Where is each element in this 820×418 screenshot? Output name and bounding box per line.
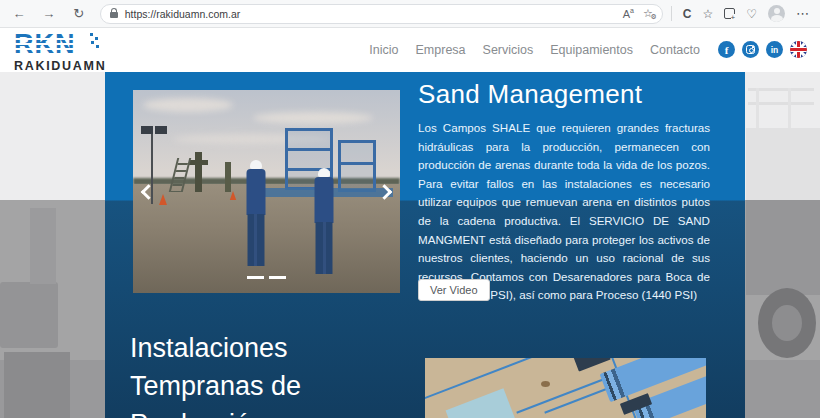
nav-item-empresa[interactable]: Empresa xyxy=(416,43,466,57)
collections-icon[interactable]: ☆ xyxy=(702,7,713,21)
screenshot-root: { "browser": { "url": "https://rakiduamn… xyxy=(0,0,820,418)
carousel-indicator[interactable] xyxy=(269,276,286,279)
ver-video-button[interactable]: Ver Video xyxy=(418,279,490,301)
bg-post xyxy=(30,208,56,284)
main-navigation: Inicio Empresa Servicios Equipamientos C… xyxy=(369,28,700,72)
bg-crate xyxy=(4,352,70,418)
site-header: RKN RAKIDUAMN Inicio Empresa Servicios E… xyxy=(0,28,820,72)
carousel-indicator[interactable] xyxy=(247,276,264,279)
back-icon[interactable]: ← xyxy=(10,0,28,28)
nav-item-servicios[interactable]: Servicios xyxy=(483,43,534,57)
browser-essentials-icon[interactable]: ♡ xyxy=(746,7,757,21)
bg-tank-bottom xyxy=(746,200,820,295)
aerial-facility-image xyxy=(425,358,706,418)
facebook-icon[interactable]: f xyxy=(718,41,735,58)
profile-avatar[interactable] xyxy=(768,5,785,22)
photo-wellhead-arm xyxy=(189,160,208,165)
bg-railing-post xyxy=(756,88,759,128)
logo-stripes xyxy=(14,35,90,55)
photo-steel-beam xyxy=(285,148,333,151)
logo-pixel-dot xyxy=(90,33,93,36)
nav-item-equipamientos[interactable]: Equipamientos xyxy=(550,43,633,57)
photo-traffic-cone xyxy=(230,191,236,200)
address-bar[interactable]: https://rakiduamn.com.ar Aa ☆⚙ xyxy=(100,4,663,24)
more-menu-icon[interactable]: ⋯ xyxy=(796,6,810,21)
favorites-icon[interactable]: ☆⚙ xyxy=(643,7,653,20)
english-flag-icon[interactable] xyxy=(790,41,807,58)
early-production-title: Instalaciones Tempranas de Producción xyxy=(130,329,330,418)
bg-tank-top xyxy=(746,128,820,200)
toolbar-separator xyxy=(671,6,672,21)
forward-icon[interactable]: → xyxy=(40,0,58,28)
photo-wellhead xyxy=(225,162,231,192)
browser-toolbar: ← → ↻ https://rakiduamn.com.ar Aa ☆⚙ C ☆… xyxy=(0,0,820,28)
nav-item-contacto[interactable]: Contacto xyxy=(650,43,700,57)
photo-solar-panel xyxy=(141,126,153,134)
logo-mark: RKN xyxy=(14,30,102,58)
bg-crate xyxy=(0,282,58,348)
url-text[interactable]: https://rakiduamn.com.ar xyxy=(125,8,614,20)
hero-paragraph: Los Campos SHALE que requieren grandes f… xyxy=(418,119,710,305)
carousel-indicators xyxy=(133,276,400,279)
photo-cloud xyxy=(253,112,373,124)
logo[interactable]: RKN RAKIDUAMN xyxy=(14,30,106,73)
hero-carousel xyxy=(133,90,400,293)
aerial-ground-spot xyxy=(541,381,550,387)
photo-traffic-cone xyxy=(159,194,167,205)
social-links: f in xyxy=(718,41,807,58)
split-screen-icon[interactable] xyxy=(724,8,735,19)
read-aloud-icon[interactable]: Aa xyxy=(623,7,634,20)
logo-wordmark: RAKIDUAMN xyxy=(14,59,106,73)
photo-worker-right xyxy=(313,168,335,293)
photo-cloud xyxy=(143,98,233,112)
photo-steel-frame xyxy=(338,140,376,192)
photo-solar-panel xyxy=(155,126,167,134)
instagram-icon[interactable] xyxy=(742,41,759,58)
logo-pixel-dot xyxy=(95,37,98,40)
lock-icon xyxy=(110,12,118,18)
toolbar-right: C ☆ ♡ ⋯ xyxy=(671,5,820,22)
logo-pixel-dot xyxy=(96,45,99,48)
bg-wheel-hub xyxy=(772,305,802,341)
hero-title: Sand Management xyxy=(418,79,642,110)
bg-railing-post xyxy=(788,88,791,128)
copilot-icon[interactable]: C xyxy=(683,7,692,21)
photo-wellhead xyxy=(195,152,202,192)
refresh-icon[interactable]: ↻ xyxy=(70,0,88,28)
linkedin-icon[interactable]: in xyxy=(766,41,783,58)
logo-pixel-dot xyxy=(91,41,94,44)
photo-steel-beam xyxy=(338,162,376,165)
nav-item-inicio[interactable]: Inicio xyxy=(369,43,398,57)
photo-worker-left xyxy=(245,160,267,278)
